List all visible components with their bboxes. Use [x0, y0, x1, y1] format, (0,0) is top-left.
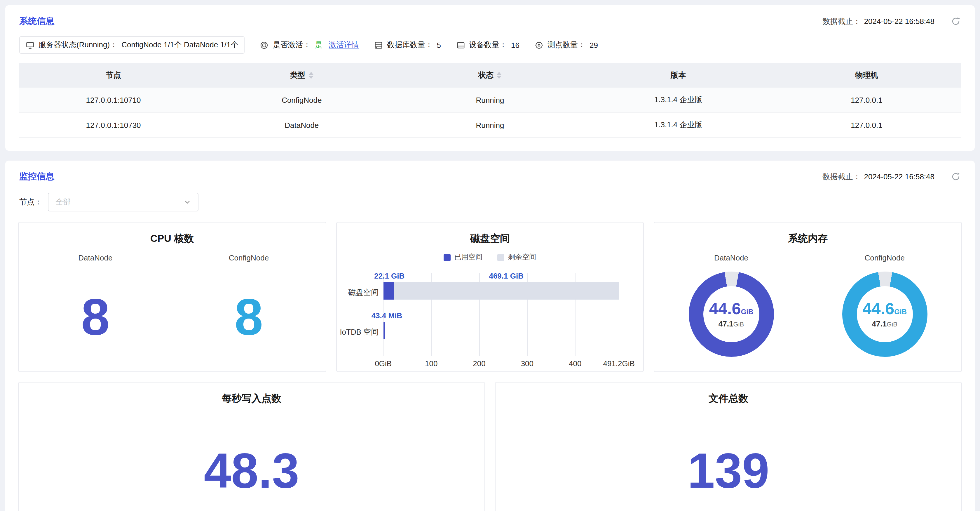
- memory-confignode-label: ConfigNode: [808, 254, 961, 262]
- measurement-count-item: 测点数量： 29: [535, 40, 598, 50]
- cpu-card-title: CPU 核数: [19, 232, 325, 245]
- x-axis-tick: 491.2GiB: [603, 359, 635, 368]
- cpu-confignode-value: 8: [172, 291, 326, 343]
- file-total-value: 139: [496, 446, 961, 495]
- device-count-value: 16: [511, 41, 519, 50]
- memory-confignode-donut: 44.6GiB 47.1GiB: [842, 271, 927, 357]
- cell-type: ConfigNode: [207, 88, 396, 112]
- x-axis-tick: 300: [521, 359, 533, 368]
- refresh-button[interactable]: [951, 16, 961, 26]
- system-memory-card: 系统内存 DataNode 44.6GiB 47.1GiB: [654, 222, 962, 372]
- system-info-panel: 系统信息 数据截止： 2024-05-22 16:58:48: [5, 5, 975, 151]
- database-count-item: 数据库数量： 5: [374, 40, 441, 50]
- activation-label: 是否激活：: [273, 40, 311, 50]
- node-select-value: 全部: [56, 197, 71, 207]
- refresh-icon: [951, 16, 961, 26]
- disk-row-label: 磁盘空间: [336, 287, 379, 298]
- memory-total-value: 47.1: [872, 319, 887, 328]
- table-header-row: 节点 类型 状态: [19, 63, 961, 88]
- database-count-value: 5: [437, 41, 441, 50]
- cell-node: 127.0.0.1:10710: [19, 88, 207, 112]
- sort-caret-up-icon: [309, 72, 313, 75]
- sort-control-type[interactable]: [309, 72, 313, 79]
- database-icon: [374, 41, 383, 50]
- memory-confignode-col: ConfigNode 44.6GiB 47.1GiB: [808, 254, 961, 357]
- legend-item-free[interactable]: 剩余空间: [498, 252, 536, 262]
- disk-bar-chart: 磁盘空间 IoTDB 空间 22.1 GiB 469.1 GiB 43.4 Mi…: [336, 273, 643, 371]
- activation-detail-link[interactable]: 激活详情: [329, 40, 359, 50]
- disk-legend: 已用空间 剩余空间: [336, 252, 643, 262]
- memory-datanode-label: DataNode: [655, 254, 808, 262]
- disk-space-bar: [383, 282, 619, 300]
- database-count-label: 数据库数量：: [387, 40, 433, 50]
- memory-used-unit: GiB: [894, 308, 907, 316]
- system-panel-title: 系统信息: [19, 16, 54, 27]
- x-axis-tick: 200: [473, 359, 485, 368]
- x-axis-tick: 0GiB: [375, 359, 391, 368]
- node-select[interactable]: 全部: [48, 193, 199, 211]
- legend-item-used[interactable]: 已用空间: [444, 252, 482, 262]
- memory-used-unit: GiB: [741, 308, 754, 316]
- chevron-down-icon: [184, 198, 191, 206]
- memory-datanode-col: DataNode 44.6GiB 47.1GiB: [655, 254, 808, 357]
- server-status-value: ConfigNode 1/1个 DataNode 1/1个: [121, 40, 238, 50]
- table-row: 127.0.0.1:10710 ConfigNode Running 1.3.1…: [19, 88, 961, 112]
- legend-swatch-free: [498, 254, 504, 261]
- cell-status: Running: [396, 88, 584, 112]
- write-points-title: 每秒写入点数: [19, 392, 484, 405]
- column-header-version: 版本: [584, 63, 773, 88]
- cell-node: 127.0.0.1:10730: [19, 112, 207, 137]
- column-header-node: 节点: [19, 63, 207, 88]
- sort-control-status[interactable]: [497, 72, 502, 79]
- node-filter-label: 节点：: [19, 197, 42, 207]
- write-points-card: 每秒写入点数 48.3: [18, 382, 485, 511]
- device-count-item: 设备数量： 16: [456, 40, 519, 50]
- cpu-confignode-label: ConfigNode: [172, 254, 326, 262]
- x-axis-tick: 100: [425, 359, 438, 368]
- cpu-cores-card: CPU 核数 DataNode 8 ConfigNode 8: [18, 222, 326, 372]
- memory-datanode-donut: 44.6GiB 47.1GiB: [689, 271, 774, 357]
- column-header-type[interactable]: 类型: [207, 63, 396, 88]
- memory-total-value: 47.1: [719, 319, 733, 328]
- sort-caret-down-icon: [497, 76, 502, 79]
- memory-used-value: 44.6: [709, 299, 741, 318]
- cpu-datanode-label: DataNode: [19, 254, 172, 262]
- iotdb-row-label: IoTDB 空间: [336, 327, 379, 337]
- column-header-status[interactable]: 状态: [396, 63, 584, 88]
- file-total-title: 文件总数: [496, 392, 961, 405]
- system-data-cutoff: 数据截止： 2024-05-22 16:58:48: [823, 16, 961, 27]
- memory-used-value: 44.6: [862, 299, 894, 318]
- monitor-cards-row-1: CPU 核数 DataNode 8 ConfigNode 8 磁盘空间: [18, 222, 962, 372]
- cell-version: 1.3.1.4 企业版: [584, 88, 773, 112]
- gridline: [619, 273, 620, 356]
- iotdb-used-segment: [383, 322, 385, 339]
- activation-status: 是: [315, 40, 323, 50]
- cutoff-label: 数据截止：: [823, 16, 861, 27]
- column-header-host: 物理机: [773, 63, 961, 88]
- x-axis-tick: 400: [569, 359, 581, 368]
- node-table: 节点 类型 状态: [19, 63, 961, 138]
- disk-remaining-value-label: 469.1 GiB: [489, 271, 523, 280]
- activation-icon: [260, 41, 269, 50]
- iotdb-used-value-label: 43.4 MiB: [372, 311, 402, 320]
- node-filter-row: 节点： 全部: [19, 193, 961, 211]
- cpu-datanode-col: DataNode 8: [19, 254, 172, 343]
- monitor-data-cutoff: 数据截止： 2024-05-22 16:58:48: [823, 171, 961, 182]
- refresh-icon: [951, 172, 961, 182]
- monitor-panel-title: 监控信息: [19, 171, 54, 182]
- cell-status: Running: [396, 112, 584, 137]
- monitor-cards-row-2: 每秒写入点数 48.3 文件总数 139: [18, 382, 962, 511]
- server-icon: [26, 41, 35, 50]
- cutoff-value: 2024-05-22 16:58:48: [864, 17, 934, 26]
- cpu-datanode-value: 8: [19, 291, 172, 343]
- refresh-button[interactable]: [951, 172, 961, 182]
- legend-swatch-used: [444, 254, 451, 261]
- disk-used-value-label: 22.1 GiB: [374, 271, 404, 280]
- disk-used-segment: [383, 282, 394, 300]
- iotdb-space-bar: [383, 322, 619, 339]
- disk-space-card: 磁盘空间 已用空间 剩余空间 磁盘空间 IoTDB 空间: [336, 222, 644, 372]
- cell-version: 1.3.1.4 企业版: [584, 112, 773, 137]
- measurement-count-value: 29: [590, 41, 598, 50]
- sort-caret-up-icon: [497, 72, 502, 75]
- system-summary-row: 服务器状态(Running)： ConfigNode 1/1个 DataNode…: [19, 36, 961, 54]
